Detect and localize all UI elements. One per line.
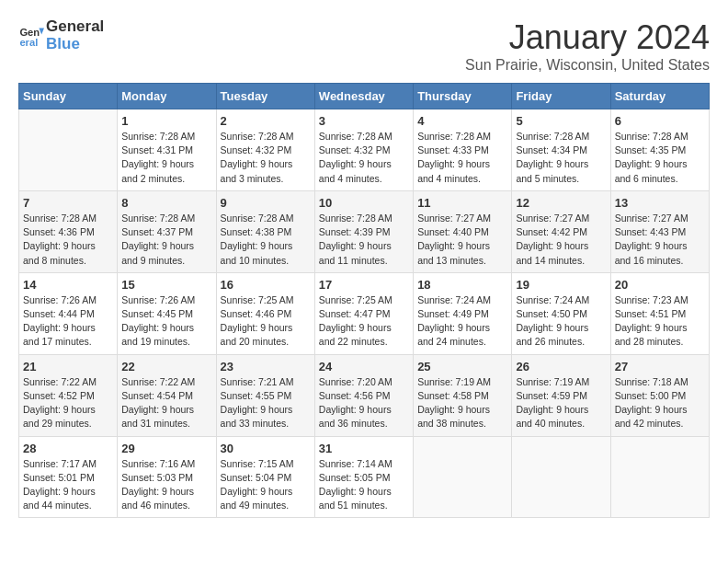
day-number: 25 bbox=[417, 360, 507, 373]
logo-icon: Gen eral bbox=[18, 23, 44, 49]
day-info: Sunrise: 7:27 AM Sunset: 4:42 PM Dayligh… bbox=[516, 212, 606, 268]
day-number: 3 bbox=[319, 114, 409, 128]
calendar-cell: 24Sunrise: 7:20 AM Sunset: 4:56 PM Dayli… bbox=[314, 354, 413, 436]
day-number: 2 bbox=[221, 114, 311, 128]
day-info: Sunrise: 7:28 AM Sunset: 4:35 PM Dayligh… bbox=[615, 130, 705, 186]
calendar-cell: 31Sunrise: 7:14 AM Sunset: 5:05 PM Dayli… bbox=[314, 436, 413, 518]
day-info: Sunrise: 7:19 AM Sunset: 4:59 PM Dayligh… bbox=[516, 375, 606, 431]
column-header-saturday: Saturday bbox=[610, 84, 709, 109]
day-number: 12 bbox=[516, 196, 606, 210]
calendar-cell: 16Sunrise: 7:25 AM Sunset: 4:46 PM Dayli… bbox=[216, 272, 314, 354]
logo-line2: Blue bbox=[46, 36, 104, 53]
calendar-title: January 2024 bbox=[465, 18, 710, 57]
day-number: 5 bbox=[516, 114, 606, 128]
day-number: 8 bbox=[121, 196, 211, 210]
day-number: 6 bbox=[615, 114, 705, 128]
calendar-cell: 26Sunrise: 7:19 AM Sunset: 4:59 PM Dayli… bbox=[512, 354, 610, 436]
svg-text:eral: eral bbox=[19, 36, 38, 47]
calendar-cell: 8Sunrise: 7:28 AM Sunset: 4:37 PM Daylig… bbox=[118, 190, 216, 272]
calendar-cell: 9Sunrise: 7:28 AM Sunset: 4:38 PM Daylig… bbox=[216, 190, 314, 272]
calendar-cell: 13Sunrise: 7:27 AM Sunset: 4:43 PM Dayli… bbox=[610, 190, 709, 272]
day-info: Sunrise: 7:26 AM Sunset: 4:45 PM Dayligh… bbox=[121, 293, 211, 350]
calendar-cell: 2Sunrise: 7:28 AM Sunset: 4:32 PM Daylig… bbox=[216, 109, 314, 191]
day-number: 13 bbox=[615, 196, 705, 210]
calendar-body: 1Sunrise: 7:28 AM Sunset: 4:31 PM Daylig… bbox=[19, 109, 710, 518]
day-info: Sunrise: 7:26 AM Sunset: 4:44 PM Dayligh… bbox=[23, 293, 113, 350]
calendar-cell: 25Sunrise: 7:19 AM Sunset: 4:58 PM Dayli… bbox=[414, 354, 512, 436]
calendar-cell: 14Sunrise: 7:26 AM Sunset: 4:44 PM Dayli… bbox=[19, 272, 118, 354]
week-row-2: 7Sunrise: 7:28 AM Sunset: 4:36 PM Daylig… bbox=[19, 190, 710, 272]
calendar-cell bbox=[512, 436, 610, 518]
day-number: 23 bbox=[221, 360, 311, 373]
day-number: 30 bbox=[221, 442, 311, 455]
day-number: 17 bbox=[319, 278, 409, 292]
day-info: Sunrise: 7:18 AM Sunset: 5:00 PM Dayligh… bbox=[615, 375, 705, 431]
day-info: Sunrise: 7:22 AM Sunset: 4:52 PM Dayligh… bbox=[23, 375, 113, 431]
calendar-table: SundayMondayTuesdayWednesdayThursdayFrid… bbox=[18, 83, 710, 518]
day-info: Sunrise: 7:19 AM Sunset: 4:58 PM Dayligh… bbox=[417, 375, 507, 431]
calendar-cell: 11Sunrise: 7:27 AM Sunset: 4:40 PM Dayli… bbox=[414, 190, 512, 272]
day-info: Sunrise: 7:21 AM Sunset: 4:55 PM Dayligh… bbox=[221, 375, 311, 431]
day-info: Sunrise: 7:25 AM Sunset: 4:46 PM Dayligh… bbox=[221, 293, 311, 350]
day-number: 27 bbox=[615, 360, 705, 373]
day-info: Sunrise: 7:28 AM Sunset: 4:36 PM Dayligh… bbox=[23, 212, 113, 268]
calendar-cell: 20Sunrise: 7:23 AM Sunset: 4:51 PM Dayli… bbox=[610, 272, 709, 354]
calendar-cell: 4Sunrise: 7:28 AM Sunset: 4:33 PM Daylig… bbox=[414, 109, 512, 191]
day-info: Sunrise: 7:24 AM Sunset: 4:50 PM Dayligh… bbox=[516, 293, 606, 350]
day-number: 14 bbox=[23, 278, 113, 292]
calendar-cell: 18Sunrise: 7:24 AM Sunset: 4:49 PM Dayli… bbox=[414, 272, 512, 354]
day-number: 4 bbox=[417, 114, 507, 128]
calendar-cell: 12Sunrise: 7:27 AM Sunset: 4:42 PM Dayli… bbox=[512, 190, 610, 272]
calendar-cell: 22Sunrise: 7:22 AM Sunset: 4:54 PM Dayli… bbox=[118, 354, 216, 436]
day-number: 24 bbox=[319, 360, 409, 373]
calendar-cell: 28Sunrise: 7:17 AM Sunset: 5:01 PM Dayli… bbox=[19, 436, 118, 518]
day-info: Sunrise: 7:14 AM Sunset: 5:05 PM Dayligh… bbox=[319, 457, 409, 513]
calendar-cell bbox=[610, 436, 709, 518]
calendar-cell: 27Sunrise: 7:18 AM Sunset: 5:00 PM Dayli… bbox=[610, 354, 709, 436]
day-number: 19 bbox=[516, 278, 606, 292]
day-number: 1 bbox=[121, 114, 211, 128]
day-info: Sunrise: 7:27 AM Sunset: 4:43 PM Dayligh… bbox=[615, 212, 705, 268]
day-number: 15 bbox=[121, 278, 211, 292]
calendar-cell: 10Sunrise: 7:28 AM Sunset: 4:39 PM Dayli… bbox=[314, 190, 413, 272]
header-row: SundayMondayTuesdayWednesdayThursdayFrid… bbox=[19, 84, 710, 109]
day-info: Sunrise: 7:28 AM Sunset: 4:37 PM Dayligh… bbox=[121, 212, 211, 268]
title-area: January 2024 Sun Prairie, Wisconsin, Uni… bbox=[465, 18, 710, 74]
logo: Gen eral General Blue bbox=[18, 18, 104, 52]
column-header-thursday: Thursday bbox=[414, 84, 512, 109]
day-number: 11 bbox=[417, 196, 507, 210]
day-info: Sunrise: 7:28 AM Sunset: 4:33 PM Dayligh… bbox=[417, 130, 507, 186]
day-info: Sunrise: 7:28 AM Sunset: 4:32 PM Dayligh… bbox=[221, 130, 311, 186]
day-number: 18 bbox=[417, 278, 507, 292]
day-number: 21 bbox=[23, 360, 113, 373]
day-info: Sunrise: 7:25 AM Sunset: 4:47 PM Dayligh… bbox=[319, 293, 409, 350]
day-info: Sunrise: 7:23 AM Sunset: 4:51 PM Dayligh… bbox=[615, 293, 705, 350]
calendar-cell bbox=[19, 109, 118, 191]
day-info: Sunrise: 7:17 AM Sunset: 5:01 PM Dayligh… bbox=[23, 457, 113, 513]
day-number: 7 bbox=[23, 196, 113, 210]
day-number: 20 bbox=[615, 278, 705, 292]
week-row-4: 21Sunrise: 7:22 AM Sunset: 4:52 PM Dayli… bbox=[19, 354, 710, 436]
week-row-1: 1Sunrise: 7:28 AM Sunset: 4:31 PM Daylig… bbox=[19, 109, 710, 191]
week-row-5: 28Sunrise: 7:17 AM Sunset: 5:01 PM Dayli… bbox=[19, 436, 710, 518]
logo-line1: General bbox=[46, 18, 104, 36]
week-row-3: 14Sunrise: 7:26 AM Sunset: 4:44 PM Dayli… bbox=[19, 272, 710, 354]
column-header-wednesday: Wednesday bbox=[314, 84, 413, 109]
calendar-cell: 1Sunrise: 7:28 AM Sunset: 4:31 PM Daylig… bbox=[118, 109, 216, 191]
day-number: 29 bbox=[121, 442, 211, 455]
calendar-cell: 15Sunrise: 7:26 AM Sunset: 4:45 PM Dayli… bbox=[118, 272, 216, 354]
calendar-cell: 23Sunrise: 7:21 AM Sunset: 4:55 PM Dayli… bbox=[216, 354, 314, 436]
day-number: 26 bbox=[516, 360, 606, 373]
calendar-header: SundayMondayTuesdayWednesdayThursdayFrid… bbox=[19, 84, 710, 109]
day-info: Sunrise: 7:28 AM Sunset: 4:39 PM Dayligh… bbox=[319, 212, 409, 268]
day-number: 10 bbox=[319, 196, 409, 210]
calendar-cell: 7Sunrise: 7:28 AM Sunset: 4:36 PM Daylig… bbox=[19, 190, 118, 272]
day-info: Sunrise: 7:16 AM Sunset: 5:03 PM Dayligh… bbox=[121, 457, 211, 513]
day-number: 31 bbox=[319, 442, 409, 455]
calendar-cell: 17Sunrise: 7:25 AM Sunset: 4:47 PM Dayli… bbox=[314, 272, 413, 354]
calendar-cell: 6Sunrise: 7:28 AM Sunset: 4:35 PM Daylig… bbox=[610, 109, 709, 191]
svg-marker-2 bbox=[39, 28, 44, 34]
calendar-subtitle: Sun Prairie, Wisconsin, United States bbox=[465, 57, 710, 74]
day-info: Sunrise: 7:15 AM Sunset: 5:04 PM Dayligh… bbox=[221, 457, 311, 513]
column-header-friday: Friday bbox=[512, 84, 610, 109]
